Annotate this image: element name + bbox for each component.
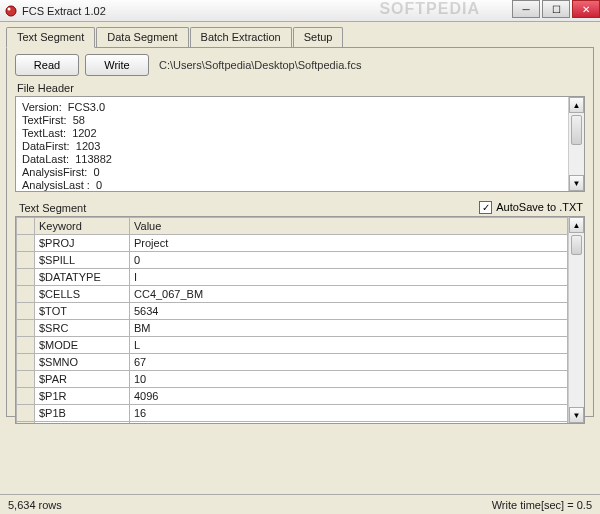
row-selector[interactable] — [17, 303, 35, 320]
text-segment-row: Text Segment ✓ AutoSave to .TXT — [17, 200, 583, 214]
minimize-button[interactable]: ─ — [512, 0, 540, 18]
window-buttons: ─ ☐ ✕ — [512, 0, 600, 18]
header-line: TextLast: 1202 — [22, 127, 578, 140]
tab-data-segment[interactable]: Data Segment — [96, 27, 188, 48]
header-line: AnalysisLast : 0 — [22, 179, 578, 192]
write-button[interactable]: Write — [85, 54, 149, 76]
table-row[interactable]: $P1NPulse Width — [17, 422, 568, 424]
cell-value[interactable]: 16 — [130, 405, 568, 422]
row-selector[interactable] — [17, 235, 35, 252]
scroll-up-icon[interactable]: ▲ — [569, 217, 584, 233]
file-header-scrollbar[interactable]: ▲ ▼ — [568, 97, 584, 191]
tab-setup[interactable]: Setup — [293, 27, 344, 48]
status-rows: 5,634 rows — [8, 499, 62, 511]
row-selector[interactable] — [17, 252, 35, 269]
table-row[interactable]: $TOT5634 — [17, 303, 568, 320]
action-row: Read Write C:\Users\Softpedia\Desktop\So… — [15, 54, 585, 76]
row-selector[interactable] — [17, 337, 35, 354]
read-button[interactable]: Read — [15, 54, 79, 76]
cell-value[interactable]: 0 — [130, 252, 568, 269]
cell-keyword[interactable]: $P1B — [35, 405, 130, 422]
svg-point-0 — [6, 6, 16, 16]
cell-value[interactable]: I — [130, 269, 568, 286]
cell-keyword[interactable]: $SRC — [35, 320, 130, 337]
cell-value[interactable]: 10 — [130, 371, 568, 388]
text-segment-label: Text Segment — [19, 202, 86, 214]
cell-value[interactable]: Pulse Width — [130, 422, 568, 424]
tab-text-segment[interactable]: Text Segment — [6, 27, 95, 48]
cell-value[interactable]: BM — [130, 320, 568, 337]
status-bar: 5,634 rows Write time[sec] = 0.5 — [0, 494, 600, 514]
window-title: FCS Extract 1.02 — [22, 5, 596, 17]
table-row[interactable]: $SPILL0 — [17, 252, 568, 269]
table-row[interactable]: $DATATYPEI — [17, 269, 568, 286]
table-row[interactable]: $SMNO67 — [17, 354, 568, 371]
table-header-sel[interactable] — [17, 218, 35, 235]
tab-batch-extraction[interactable]: Batch Extraction — [190, 27, 292, 48]
table-row[interactable]: $P1R4096 — [17, 388, 568, 405]
text-segment-table-wrap: Keyword Value $PROJProject$SPILL0$DATATY… — [15, 216, 585, 424]
cell-keyword[interactable]: $SPILL — [35, 252, 130, 269]
autosave-label: AutoSave to .TXT — [496, 201, 583, 213]
cell-keyword[interactable]: $P1R — [35, 388, 130, 405]
watermark: SOFTPEDIA — [379, 0, 480, 18]
row-selector[interactable] — [17, 286, 35, 303]
row-selector[interactable] — [17, 405, 35, 422]
titlebar: FCS Extract 1.02 SOFTPEDIA ─ ☐ ✕ — [0, 0, 600, 22]
file-header-text: Version: FCS3.0TextFirst: 58TextLast: 12… — [22, 101, 578, 192]
checkbox-box[interactable]: ✓ — [479, 201, 492, 214]
status-write-time: Write time[sec] = 0.5 — [492, 499, 592, 511]
svg-point-1 — [8, 7, 11, 10]
row-selector[interactable] — [17, 388, 35, 405]
close-button[interactable]: ✕ — [572, 0, 600, 18]
scroll-down-icon[interactable]: ▼ — [569, 407, 584, 423]
file-header-box: Version: FCS3.0TextFirst: 58TextLast: 12… — [15, 96, 585, 192]
tab-bar: Text Segment Data Segment Batch Extracti… — [0, 22, 600, 47]
table-row[interactable]: $PAR10 — [17, 371, 568, 388]
cell-keyword[interactable]: $P1N — [35, 422, 130, 424]
cell-keyword[interactable]: $TOT — [35, 303, 130, 320]
cell-keyword[interactable]: $PROJ — [35, 235, 130, 252]
row-selector[interactable] — [17, 269, 35, 286]
table-row[interactable]: $P1B16 — [17, 405, 568, 422]
cell-keyword[interactable]: $DATATYPE — [35, 269, 130, 286]
scroll-thumb[interactable] — [571, 235, 582, 255]
cell-value[interactable]: 5634 — [130, 303, 568, 320]
filepath-label: C:\Users\Softpedia\Desktop\Softpedia.fcs — [155, 56, 365, 74]
header-line: DataFirst: 1203 — [22, 140, 578, 153]
cell-keyword[interactable]: $SMNO — [35, 354, 130, 371]
table-row[interactable]: $CELLSCC4_067_BM — [17, 286, 568, 303]
cell-value[interactable]: 4096 — [130, 388, 568, 405]
file-header-label: File Header — [17, 82, 585, 94]
table-row[interactable]: $PROJProject — [17, 235, 568, 252]
maximize-button[interactable]: ☐ — [542, 0, 570, 18]
main-panel: Read Write C:\Users\Softpedia\Desktop\So… — [6, 47, 594, 417]
table-row[interactable]: $MODEL — [17, 337, 568, 354]
row-selector[interactable] — [17, 354, 35, 371]
cell-keyword[interactable]: $MODE — [35, 337, 130, 354]
app-icon — [4, 4, 18, 18]
scroll-down-icon[interactable]: ▼ — [569, 175, 584, 191]
scroll-thumb[interactable] — [571, 115, 582, 145]
cell-value[interactable]: Project — [130, 235, 568, 252]
table-scrollbar[interactable]: ▲ ▼ — [568, 217, 584, 423]
table-header-keyword[interactable]: Keyword — [35, 218, 130, 235]
cell-keyword[interactable]: $PAR — [35, 371, 130, 388]
row-selector[interactable] — [17, 320, 35, 337]
row-selector[interactable] — [17, 371, 35, 388]
cell-keyword[interactable]: $CELLS — [35, 286, 130, 303]
text-segment-table: Keyword Value $PROJProject$SPILL0$DATATY… — [16, 217, 568, 423]
row-selector[interactable] — [17, 422, 35, 424]
autosave-checkbox[interactable]: ✓ AutoSave to .TXT — [479, 201, 583, 214]
scroll-up-icon[interactable]: ▲ — [569, 97, 584, 113]
cell-value[interactable]: L — [130, 337, 568, 354]
header-line: DataLast: 113882 — [22, 153, 578, 166]
cell-value[interactable]: CC4_067_BM — [130, 286, 568, 303]
header-line: AnalysisFirst: 0 — [22, 166, 578, 179]
table-row[interactable]: $SRCBM — [17, 320, 568, 337]
table-header-value[interactable]: Value — [130, 218, 568, 235]
header-line: Version: FCS3.0 — [22, 101, 578, 114]
cell-value[interactable]: 67 — [130, 354, 568, 371]
header-line: TextFirst: 58 — [22, 114, 578, 127]
